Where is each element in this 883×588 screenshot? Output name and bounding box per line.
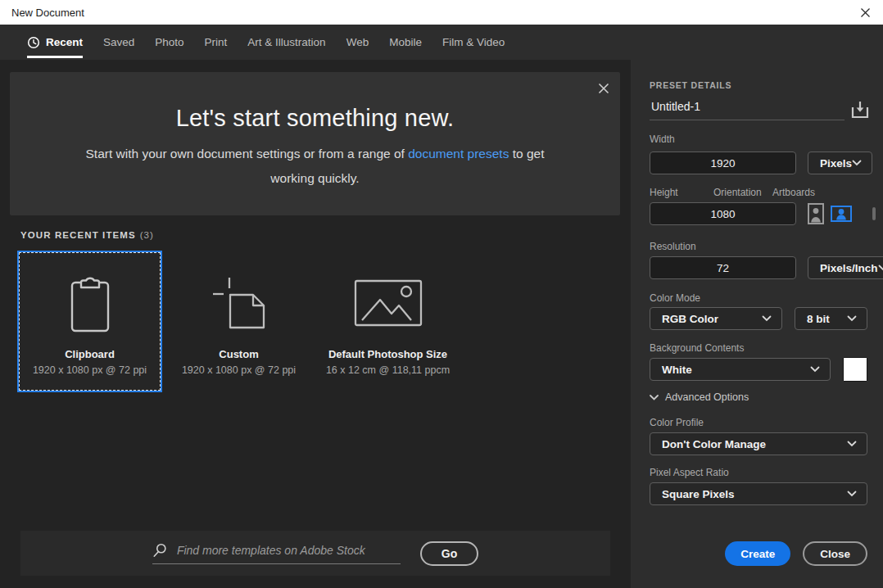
portrait-icon bbox=[804, 202, 827, 225]
orientation-label: Orientation bbox=[713, 187, 772, 198]
advanced-options-toggle[interactable]: Advanced Options bbox=[650, 391, 867, 403]
width-row: Pixels bbox=[650, 152, 867, 174]
tab-print[interactable]: Print bbox=[205, 25, 228, 60]
height-input[interactable] bbox=[650, 202, 796, 225]
document-name-input[interactable] bbox=[650, 100, 845, 120]
search-icon bbox=[152, 542, 166, 559]
height-label: Height bbox=[650, 187, 713, 198]
tab-label: Recent bbox=[46, 36, 83, 48]
orientation-landscape-button[interactable] bbox=[830, 202, 853, 225]
recent-item-default-photoshop-size[interactable]: Default Photoshop Size 16 x 12 cm @ 118,… bbox=[317, 252, 459, 391]
artboards-checkbox[interactable] bbox=[872, 207, 876, 220]
width-unit-value: Pixels bbox=[820, 157, 852, 170]
tab-mobile[interactable]: Mobile bbox=[389, 25, 422, 60]
recent-items-header: YOUR RECENT ITEMS(3) bbox=[20, 230, 154, 240]
recent-items-grid: Clipboard 1920 x 1080 px @ 72 ppi Custom… bbox=[19, 252, 459, 391]
bit-depth-select[interactable]: 8 bit bbox=[795, 307, 867, 330]
close-button[interactable]: Close bbox=[803, 541, 867, 566]
tab-saved[interactable]: Saved bbox=[103, 25, 134, 60]
recent-item-specs: 1920 x 1080 px @ 72 ppi bbox=[182, 364, 296, 376]
window-close-icon[interactable] bbox=[859, 7, 872, 19]
background-contents-row: White bbox=[650, 357, 867, 382]
tab-label: Film & Video bbox=[442, 36, 505, 48]
artboards-label: Artboards bbox=[772, 187, 815, 198]
main-content: Let's start something new. Start with yo… bbox=[0, 60, 631, 588]
color-profile-select[interactable]: Don't Color Manage bbox=[650, 432, 867, 455]
save-preset-icon bbox=[850, 101, 870, 120]
stock-search-input[interactable] bbox=[177, 544, 401, 557]
custom-size-icon bbox=[211, 269, 267, 337]
recent-item-custom[interactable]: Custom 1920 x 1080 px @ 72 ppi bbox=[168, 252, 310, 391]
tab-label: Print bbox=[205, 36, 228, 48]
document-name-row bbox=[650, 97, 867, 122]
pixel-aspect-ratio-label: Pixel Aspect Ratio bbox=[650, 467, 867, 478]
create-button[interactable]: Create bbox=[725, 541, 790, 566]
image-icon bbox=[354, 269, 423, 337]
resolution-unit-value: Pixels/Inch bbox=[820, 262, 878, 274]
hero-banner: Let's start something new. Start with yo… bbox=[10, 72, 620, 215]
recent-item-name: Clipboard bbox=[65, 348, 115, 360]
width-unit-select[interactable]: Pixels bbox=[808, 152, 872, 174]
background-contents-value: White bbox=[662, 364, 810, 376]
hero-subtitle-text: Start with your own document settings or… bbox=[85, 147, 408, 161]
resolution-row: Pixels/Inch bbox=[650, 256, 867, 279]
tab-label: Photo bbox=[155, 36, 183, 48]
tab-web[interactable]: Web bbox=[346, 25, 369, 60]
recent-item-specs: 16 x 12 cm @ 118,11 ppcm bbox=[326, 364, 450, 376]
tab-photo[interactable]: Photo bbox=[155, 25, 183, 60]
recent-item-specs: 1920 x 1080 px @ 72 ppi bbox=[33, 364, 147, 376]
background-color-swatch[interactable] bbox=[843, 357, 867, 382]
tab-film-video[interactable]: Film & Video bbox=[442, 25, 505, 60]
color-profile-label: Color Profile bbox=[650, 417, 867, 428]
action-buttons: Create Close bbox=[650, 541, 867, 566]
tab-recent[interactable]: Recent bbox=[27, 25, 83, 60]
landscape-icon bbox=[830, 202, 853, 225]
bit-depth-value: 8 bit bbox=[807, 313, 847, 325]
width-input[interactable] bbox=[650, 152, 796, 174]
window-titlebar: New Document bbox=[0, 0, 883, 25]
resolution-label: Resolution bbox=[650, 241, 867, 252]
orientation-portrait-button[interactable] bbox=[804, 202, 827, 225]
pixel-aspect-ratio-value: Square Pixels bbox=[662, 488, 847, 500]
chevron-down-icon bbox=[762, 315, 772, 322]
recent-item-name: Default Photoshop Size bbox=[328, 348, 447, 360]
background-contents-label: Background Contents bbox=[650, 342, 867, 354]
hero-close-icon[interactable] bbox=[598, 83, 609, 94]
color-profile-value: Don't Color Manage bbox=[662, 438, 847, 450]
stock-search-bar: Go bbox=[20, 531, 610, 576]
chevron-down-icon bbox=[847, 441, 857, 447]
recent-items-count: (3) bbox=[140, 230, 154, 240]
tab-label: Mobile bbox=[389, 36, 422, 48]
color-mode-row: RGB Color 8 bit bbox=[650, 307, 867, 330]
hero-subtitle: Start with your own document settings or… bbox=[78, 142, 553, 191]
height-orientation-labels: Height Orientation Artboards bbox=[650, 187, 867, 198]
clipboard-icon bbox=[67, 269, 113, 337]
color-mode-value: RGB Color bbox=[662, 313, 762, 325]
height-row bbox=[650, 202, 867, 225]
chevron-down-icon bbox=[878, 265, 883, 271]
recent-item-clipboard[interactable]: Clipboard 1920 x 1080 px @ 72 ppi bbox=[19, 252, 161, 391]
color-profile-row: Don't Color Manage bbox=[650, 432, 867, 455]
stock-search-field bbox=[152, 542, 401, 564]
tab-bar: Recent Saved Photo Print Art & Illustrat… bbox=[0, 25, 883, 60]
hero-title: Let's start something new. bbox=[10, 105, 620, 132]
background-contents-select[interactable]: White bbox=[650, 358, 831, 381]
pixel-aspect-ratio-select[interactable]: Square Pixels bbox=[650, 482, 867, 505]
preset-details-header: PRESET DETAILS bbox=[650, 80, 867, 90]
tab-label: Web bbox=[346, 36, 369, 48]
advanced-options-label: Advanced Options bbox=[665, 391, 749, 403]
chevron-down-icon bbox=[650, 395, 659, 400]
color-mode-select[interactable]: RGB Color bbox=[650, 307, 782, 330]
recent-item-name: Custom bbox=[219, 348, 258, 360]
chevron-down-icon bbox=[847, 491, 857, 497]
pixel-aspect-ratio-row: Square Pixels bbox=[650, 482, 867, 505]
window-title: New Document bbox=[11, 7, 84, 19]
go-button[interactable]: Go bbox=[420, 541, 478, 566]
tab-art-illustration[interactable]: Art & Illustration bbox=[247, 25, 325, 60]
save-preset-button[interactable] bbox=[850, 101, 870, 120]
resolution-unit-select[interactable]: Pixels/Inch bbox=[808, 256, 883, 279]
resolution-input[interactable] bbox=[650, 256, 796, 279]
document-presets-link[interactable]: document presets bbox=[408, 147, 509, 161]
width-label: Width bbox=[650, 133, 867, 145]
clock-icon bbox=[27, 36, 40, 49]
